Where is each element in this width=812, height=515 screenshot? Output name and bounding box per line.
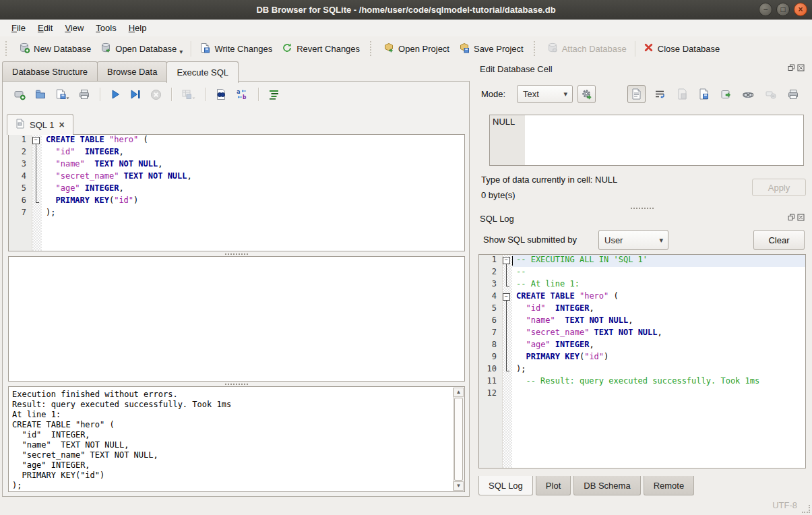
apply-button: Apply: [752, 179, 806, 196]
open-in-external-app-button[interactable]: [717, 85, 735, 103]
main-toolbar: New Database Open Database ▾ Write Chang…: [0, 37, 812, 60]
log-filter-combobox[interactable]: User ▾: [598, 230, 668, 250]
toolbar-separator: [258, 88, 259, 101]
code-line: 5 "age" INTEGER,: [9, 183, 464, 195]
word-wrap-toggle[interactable]: [650, 85, 668, 103]
toolbar-drag-handle[interactable]: [370, 41, 375, 56]
auto-detect-mode-button[interactable]: [577, 85, 596, 103]
window-title: DB Browser for SQLite - /home/user/code/…: [256, 5, 555, 15]
save-results-button: [181, 89, 195, 100]
execute-current-line-button[interactable]: [129, 89, 142, 100]
dock-float-icon[interactable]: [788, 213, 795, 223]
fold-marker-icon[interactable]: −: [32, 137, 40, 144]
edit-cell-title: Edit Database Cell: [480, 64, 553, 74]
sql-log-dock-header[interactable]: SQL Log: [480, 212, 809, 225]
maximize-button[interactable]: □: [776, 3, 790, 16]
resize-grip[interactable]: [802, 505, 810, 513]
code-line: 8 "age" INTEGER,: [479, 340, 805, 352]
log-filter-value: User: [604, 235, 623, 245]
minimize-button[interactable]: −: [759, 3, 772, 16]
toolbar-drag-handle[interactable]: [534, 41, 538, 56]
code-line: 6 "name" TEXT NOT NULL,: [479, 315, 805, 328]
code-line: 4 "secret_name" TEXT NOT NULL,: [9, 171, 464, 183]
fold-marker-icon[interactable]: −: [503, 293, 510, 301]
import-cell-data-button: [673, 85, 691, 103]
title-bar[interactable]: DB Browser for SQLite - /home/user/code/…: [0, 0, 812, 20]
menu-bar: File Edit View Tools Help: [0, 20, 812, 36]
menu-view[interactable]: View: [59, 21, 90, 35]
tab-execute-sql[interactable]: Execute SQL: [166, 61, 239, 83]
dock-close-icon[interactable]: [797, 63, 805, 73]
tab-browse-data[interactable]: Browse Data: [97, 61, 167, 81]
sql1-tab[interactable]: SQL 1 ×: [7, 114, 73, 135]
menu-tools[interactable]: Tools: [90, 21, 122, 35]
menu-file[interactable]: File: [5, 21, 32, 35]
mode-combobox[interactable]: Text ▾: [517, 85, 573, 103]
scrollbar-thumb[interactable]: [454, 398, 463, 481]
sql-log-title: SQL Log: [480, 214, 514, 224]
new-sql-tab-button[interactable]: [13, 88, 26, 100]
new-database-button[interactable]: New Database: [14, 40, 96, 58]
dock-tab-db-schema[interactable]: DB Schema: [573, 476, 640, 495]
grid-messages-splitter[interactable]: [8, 382, 465, 386]
find-replace-button[interactable]: ab: [236, 88, 249, 100]
messages-scrollbar[interactable]: ▲ ▼: [453, 388, 464, 491]
open-database-caret-icon[interactable]: ▾: [179, 48, 183, 55]
open-database-button[interactable]: Open Database ▾: [96, 40, 187, 58]
cell-value-editor[interactable]: NULL: [489, 115, 804, 166]
code-line: 6 PRIMARY KEY("id"): [9, 195, 464, 208]
format-sql-button[interactable]: [268, 89, 280, 100]
sql1-tab-close-icon[interactable]: ×: [59, 119, 64, 130]
log-filter-label: Show SQL submitted by: [483, 235, 577, 245]
execute-all-button[interactable]: [110, 89, 121, 100]
dock-float-icon[interactable]: [788, 63, 795, 73]
open-sql-file-button[interactable]: [34, 88, 46, 100]
sql-editor[interactable]: 1−CREATE TABLE "hero" (2 "id" INTEGER,3 …: [8, 134, 465, 251]
save-project-label: Save Project: [474, 44, 524, 54]
close-database-icon: [644, 42, 654, 55]
dock-tab-remote[interactable]: Remote: [644, 476, 695, 495]
revert-changes-button[interactable]: Revert Changes: [277, 40, 365, 58]
save-sql-file-button[interactable]: [55, 88, 69, 100]
toolbar-drag-handle[interactable]: [5, 41, 10, 56]
open-project-button[interactable]: Open Project: [379, 40, 454, 58]
print-cell-button[interactable]: [784, 85, 802, 103]
copy-link-button[interactable]: [739, 85, 757, 103]
attach-database-icon: [547, 42, 558, 55]
editor-results-splitter[interactable]: [8, 252, 465, 255]
write-changes-button[interactable]: Write Changes: [195, 40, 277, 58]
dock-close-icon[interactable]: [797, 213, 805, 223]
execution-messages-pane[interactable]: Execution finished without errors. Resul…: [8, 386, 465, 492]
save-project-button[interactable]: Save Project: [454, 40, 528, 58]
edit-cell-dock-header[interactable]: Edit Database Cell: [480, 62, 809, 75]
clear-log-button[interactable]: Clear: [753, 230, 805, 250]
scroll-up-icon[interactable]: ▲: [454, 388, 464, 397]
revert-changes-label: Revert Changes: [296, 44, 360, 54]
dock-splitter[interactable]: [476, 206, 809, 210]
stop-execution-button: [150, 89, 162, 100]
close-database-label: Close Database: [658, 44, 720, 54]
close-button[interactable]: ×: [794, 3, 807, 16]
dock-tab-sql-log[interactable]: SQL Log: [478, 476, 533, 495]
cell-type-info: Type of data currently in cell: NULL: [481, 175, 617, 185]
export-cell-data-button[interactable]: [695, 85, 713, 103]
code-line: 7 "secret_name" TEXT NOT NULL,: [479, 328, 805, 340]
menu-edit[interactable]: Edit: [32, 21, 59, 35]
sql-log-view[interactable]: 1−-- EXECUTING ALL IN 'SQL 1'2--3-- At l…: [478, 254, 806, 468]
find-button[interactable]: [215, 88, 227, 100]
scroll-down-icon[interactable]: ▼: [454, 481, 464, 491]
tab-database-structure[interactable]: Database Structure: [2, 61, 98, 81]
write-changes-label: Write Changes: [214, 44, 272, 54]
toolbar-separator: [635, 41, 635, 57]
code-line: 5 "id" INTEGER,: [479, 303, 805, 315]
dock-tab-plot[interactable]: Plot: [536, 476, 571, 495]
menu-help[interactable]: Help: [123, 21, 153, 35]
print-sql-button[interactable]: [78, 88, 90, 100]
code-line: 11 -- Result: query executed successfull…: [479, 376, 805, 388]
toolbar-separator: [171, 88, 172, 101]
fold-marker-icon[interactable]: −: [503, 257, 510, 264]
combo-caret-icon: ▾: [659, 236, 663, 245]
close-database-button[interactable]: Close Database: [639, 40, 725, 57]
text-mode-toggle[interactable]: [627, 85, 646, 103]
query-results-grid[interactable]: [8, 256, 465, 382]
